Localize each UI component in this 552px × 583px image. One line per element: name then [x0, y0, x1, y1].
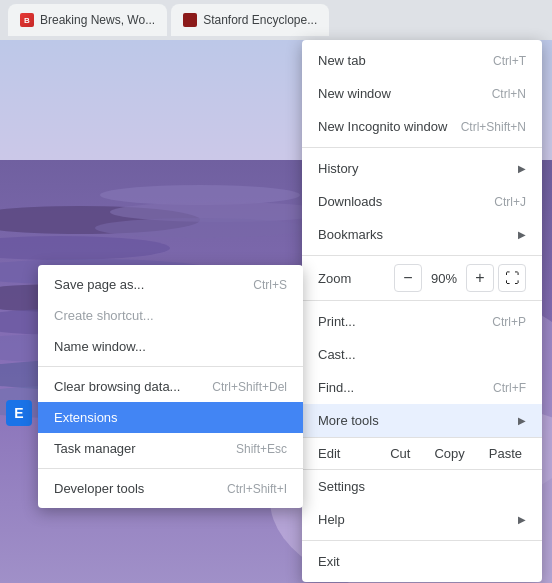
- menu-item-downloads[interactable]: Downloads Ctrl+J: [302, 185, 542, 218]
- print-shortcut: Ctrl+P: [492, 315, 526, 329]
- zoom-label: Zoom: [318, 271, 394, 286]
- zoom-plus-button[interactable]: +: [466, 264, 494, 292]
- svg-point-12: [95, 218, 305, 238]
- name-window-label: Name window...: [54, 339, 146, 354]
- settings-label: Settings: [318, 479, 365, 494]
- downloads-label: Downloads: [318, 194, 382, 209]
- menu-item-task-manager[interactable]: Task manager Shift+Esc: [38, 433, 303, 464]
- zoom-row: Zoom − 90% + ⛶: [302, 260, 542, 296]
- more-tools-submenu: Save page as... Ctrl+S Create shortcut..…: [38, 265, 303, 508]
- edit-label: Edit: [310, 440, 378, 467]
- menu-item-history[interactable]: History ▶: [302, 152, 542, 185]
- tab-favicon-stanford: [183, 13, 197, 27]
- menu-item-settings[interactable]: Settings: [302, 470, 542, 503]
- menu-divider-3: [302, 300, 542, 301]
- new-window-shortcut: Ctrl+N: [492, 87, 526, 101]
- extension-sidebar-icon[interactable]: E: [6, 400, 32, 426]
- clear-browsing-shortcut: Ctrl+Shift+Del: [212, 380, 287, 394]
- menu-divider-1: [302, 147, 542, 148]
- new-window-label: New window: [318, 86, 391, 101]
- fullscreen-icon: ⛶: [505, 270, 519, 286]
- developer-tools-shortcut: Ctrl+Shift+I: [227, 482, 287, 496]
- cast-label: Cast...: [318, 347, 356, 362]
- bookmarks-label: Bookmarks: [318, 227, 383, 242]
- new-incognito-shortcut: Ctrl+Shift+N: [461, 120, 526, 134]
- svg-point-10: [100, 185, 300, 205]
- menu-item-print[interactable]: Print... Ctrl+P: [302, 305, 542, 338]
- new-tab-label: New tab: [318, 53, 366, 68]
- save-page-label: Save page as...: [54, 277, 144, 292]
- menu-divider-4: [302, 540, 542, 541]
- task-manager-shortcut: Shift+Esc: [236, 442, 287, 456]
- history-arrow: ▶: [518, 163, 526, 174]
- more-tools-arrow: ▶: [518, 415, 526, 426]
- downloads-shortcut: Ctrl+J: [494, 195, 526, 209]
- menu-item-clear-browsing[interactable]: Clear browsing data... Ctrl+Shift+Del: [38, 371, 303, 402]
- clear-browsing-label: Clear browsing data...: [54, 379, 180, 394]
- tab-stanford[interactable]: Stanford Encyclope...: [171, 4, 329, 36]
- copy-button[interactable]: Copy: [422, 440, 476, 467]
- find-shortcut: Ctrl+F: [493, 381, 526, 395]
- browser-tab-bar: B Breaking News, Wo... Stanford Encyclop…: [0, 0, 552, 40]
- menu-item-extensions[interactable]: Extensions: [38, 402, 303, 433]
- menu-item-find[interactable]: Find... Ctrl+F: [302, 371, 542, 404]
- cut-button[interactable]: Cut: [378, 440, 422, 467]
- extension-letter: E: [14, 405, 23, 421]
- menu-item-create-shortcut[interactable]: Create shortcut...: [38, 300, 303, 331]
- tab-favicon-breaking: B: [20, 13, 34, 27]
- new-incognito-label: New Incognito window: [318, 119, 447, 134]
- left-menu-divider-1: [38, 366, 303, 367]
- menu-item-exit[interactable]: Exit: [302, 545, 542, 578]
- find-label: Find...: [318, 380, 354, 395]
- menu-item-new-incognito[interactable]: New Incognito window Ctrl+Shift+N: [302, 110, 542, 143]
- edit-row: Edit Cut Copy Paste: [302, 437, 542, 470]
- tab-stanford-label: Stanford Encyclope...: [203, 13, 317, 27]
- zoom-value: 90%: [422, 271, 466, 286]
- zoom-minus-button[interactable]: −: [394, 264, 422, 292]
- history-label: History: [318, 161, 358, 176]
- menu-divider-2: [302, 255, 542, 256]
- menu-item-cast[interactable]: Cast...: [302, 338, 542, 371]
- print-label: Print...: [318, 314, 356, 329]
- bookmarks-arrow: ▶: [518, 229, 526, 240]
- tab-breaking[interactable]: B Breaking News, Wo...: [8, 4, 167, 36]
- menu-item-developer-tools[interactable]: Developer tools Ctrl+Shift+I: [38, 473, 303, 504]
- more-tools-label: More tools: [318, 413, 379, 428]
- zoom-controls: − 90% +: [394, 264, 494, 292]
- menu-item-more-tools[interactable]: More tools ▶: [302, 404, 542, 437]
- new-tab-shortcut: Ctrl+T: [493, 54, 526, 68]
- save-page-shortcut: Ctrl+S: [253, 278, 287, 292]
- developer-tools-label: Developer tools: [54, 481, 144, 496]
- tab-breaking-label: Breaking News, Wo...: [40, 13, 155, 27]
- exit-label: Exit: [318, 554, 340, 569]
- chrome-menu: New tab Ctrl+T New window Ctrl+N New Inc…: [302, 40, 542, 582]
- menu-item-new-tab[interactable]: New tab Ctrl+T: [302, 44, 542, 77]
- help-arrow: ▶: [518, 514, 526, 525]
- menu-item-name-window[interactable]: Name window...: [38, 331, 303, 362]
- menu-item-help[interactable]: Help ▶: [302, 503, 542, 536]
- help-label: Help: [318, 512, 345, 527]
- menu-item-bookmarks[interactable]: Bookmarks ▶: [302, 218, 542, 251]
- left-menu-divider-2: [38, 468, 303, 469]
- task-manager-label: Task manager: [54, 441, 136, 456]
- extensions-label: Extensions: [54, 410, 118, 425]
- menu-item-new-window[interactable]: New window Ctrl+N: [302, 77, 542, 110]
- menu-item-save-page[interactable]: Save page as... Ctrl+S: [38, 269, 303, 300]
- create-shortcut-label: Create shortcut...: [54, 308, 154, 323]
- paste-button[interactable]: Paste: [477, 440, 534, 467]
- zoom-fullscreen-button[interactable]: ⛶: [498, 264, 526, 292]
